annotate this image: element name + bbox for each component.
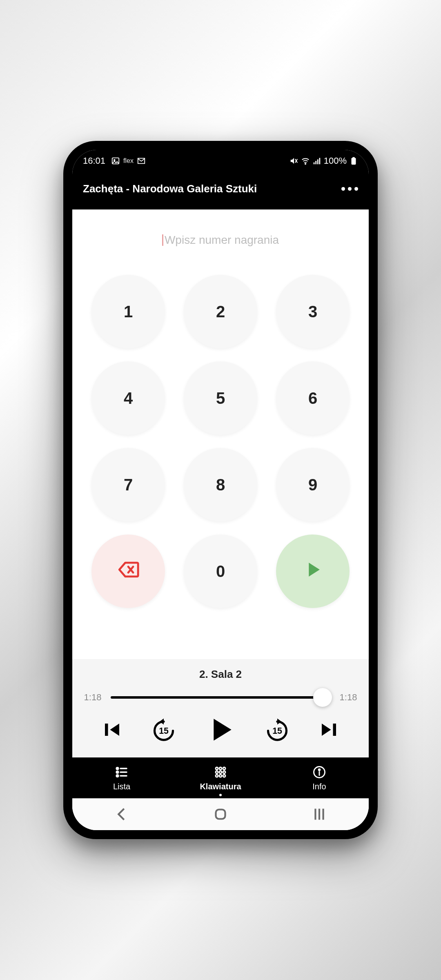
key-4[interactable]: 4: [91, 361, 165, 435]
flex-indicator: flex: [123, 157, 134, 165]
svg-point-11: [116, 767, 118, 769]
nav-info[interactable]: Info: [270, 757, 369, 798]
signal-icon: [312, 156, 321, 165]
status-left: 16:01 flex: [83, 156, 146, 166]
svg-point-22: [223, 775, 225, 777]
nav-keyboard-label: Klawiatura: [200, 782, 241, 791]
svg-rect-3: [313, 163, 314, 165]
key-6[interactable]: 6: [276, 361, 350, 435]
image-icon: [111, 156, 120, 165]
status-right: 100%: [290, 156, 358, 166]
key-play[interactable]: [276, 535, 350, 608]
status-time: 16:01: [83, 156, 105, 166]
recording-number-input[interactable]: Wpisz numer nagrania: [72, 209, 369, 271]
key-9[interactable]: 9: [276, 448, 350, 521]
list-icon: [114, 765, 129, 780]
svg-point-2: [305, 163, 306, 164]
skip-previous-icon: [99, 717, 123, 744]
system-nav: [72, 798, 369, 830]
previous-button[interactable]: [99, 718, 123, 743]
app-header: Zachęta - Narodowa Galeria Sztuki: [72, 172, 369, 209]
key-delete[interactable]: [91, 535, 165, 608]
battery-percent: 100%: [324, 156, 347, 166]
time-total: 1:18: [338, 692, 359, 703]
nav-info-label: Info: [312, 782, 326, 791]
rewind-15-icon: 15: [151, 717, 176, 744]
keypad: 1 2 3 4 5 6 7 8 9 0: [72, 271, 369, 608]
next-button[interactable]: [318, 718, 342, 743]
forward-15-icon: 15: [265, 717, 290, 744]
key-2[interactable]: 2: [184, 275, 257, 348]
svg-point-17: [216, 771, 218, 773]
progress-thumb[interactable]: [313, 688, 332, 707]
key-0[interactable]: 0: [184, 535, 257, 608]
svg-rect-25: [216, 810, 225, 819]
svg-point-20: [216, 775, 218, 777]
play-icon: [204, 713, 237, 748]
svg-point-1: [114, 160, 115, 161]
more-menu-button[interactable]: [341, 187, 358, 191]
svg-rect-7: [352, 158, 356, 165]
main-content: Wpisz numer nagrania 1 2 3 4 5 6 7 8 9: [72, 209, 369, 830]
player-controls: 15 15: [72, 710, 369, 747]
svg-rect-6: [319, 158, 320, 165]
svg-point-18: [219, 771, 222, 773]
bottom-nav: Lista Klawiatura: [72, 757, 369, 798]
svg-point-21: [219, 775, 222, 777]
play-button[interactable]: [204, 714, 237, 747]
wifi-icon: [301, 156, 310, 165]
skip-next-icon: [318, 717, 342, 744]
svg-rect-4: [315, 161, 316, 164]
battery-icon: [349, 156, 358, 165]
player-bar: 2. Sala 2 1:18 1:18: [72, 659, 369, 757]
svg-point-13: [116, 775, 118, 777]
svg-rect-8: [352, 157, 355, 158]
key-8[interactable]: 8: [184, 448, 257, 521]
mute-icon: [290, 156, 298, 165]
forward-15-button[interactable]: 15: [265, 718, 290, 743]
svg-text:15: 15: [159, 726, 169, 736]
input-placeholder: Wpisz numer nagrania: [162, 234, 279, 247]
system-back-button[interactable]: [112, 805, 131, 824]
svg-text:15: 15: [272, 726, 282, 736]
progress-row: 1:18 1:18: [72, 692, 369, 703]
mail-icon: [137, 156, 146, 165]
svg-point-14: [216, 767, 218, 770]
rewind-15-button[interactable]: 15: [151, 718, 176, 743]
nav-keyboard[interactable]: Klawiatura: [171, 757, 270, 798]
svg-point-19: [223, 771, 225, 773]
key-7[interactable]: 7: [91, 448, 165, 521]
svg-rect-5: [317, 159, 318, 164]
info-icon: [312, 765, 327, 780]
track-title: 2. Sala 2: [72, 668, 369, 681]
nav-list[interactable]: Lista: [72, 757, 171, 798]
svg-point-15: [219, 767, 222, 770]
svg-point-24: [318, 769, 320, 771]
key-3[interactable]: 3: [276, 275, 350, 348]
svg-point-12: [116, 771, 118, 773]
keypad-icon: [213, 765, 228, 780]
svg-point-16: [223, 767, 225, 770]
play-icon: [301, 558, 325, 585]
system-home-button[interactable]: [211, 805, 230, 824]
system-recents-button[interactable]: [310, 805, 329, 824]
nav-list-label: Lista: [113, 782, 130, 791]
time-elapsed: 1:18: [82, 692, 103, 703]
key-1[interactable]: 1: [91, 275, 165, 348]
progress-slider[interactable]: [111, 696, 330, 699]
key-5[interactable]: 5: [184, 361, 257, 435]
app-title: Zachęta - Narodowa Galeria Sztuki: [83, 183, 257, 195]
backspace-icon: [116, 558, 140, 585]
